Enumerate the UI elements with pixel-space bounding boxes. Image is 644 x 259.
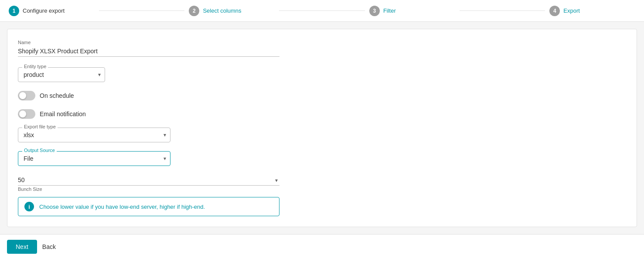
bunch-size-group: 10 25 50 100 200 ▾ Bunch Size bbox=[18, 175, 279, 192]
step-3-label: Filter bbox=[383, 7, 396, 14]
main-content: Name Entity type product order customer … bbox=[0, 22, 644, 234]
email-notification-row: Email notification bbox=[18, 109, 626, 119]
footer: Next Back bbox=[0, 234, 644, 259]
output-source-group: Output Source File FTP SFTP ▾ bbox=[18, 151, 626, 166]
step-connector-2 bbox=[279, 10, 365, 11]
form-card: Name Entity type product order customer … bbox=[7, 29, 637, 227]
entity-type-select[interactable]: product order customer bbox=[18, 67, 105, 82]
step-1[interactable]: 1 Configure export bbox=[9, 6, 95, 16]
step-connector-1 bbox=[99, 10, 185, 11]
output-source-select[interactable]: File FTP SFTP bbox=[18, 151, 170, 166]
on-schedule-label: On schedule bbox=[40, 92, 74, 99]
step-connector-3 bbox=[460, 10, 545, 11]
on-schedule-slider bbox=[18, 91, 35, 100]
info-box: i Choose lower value if you have low-end… bbox=[18, 197, 279, 216]
stepper: 1 Configure export 2 Select columns 3 Fi… bbox=[0, 0, 644, 22]
export-file-type-group: Export file type xlsx csv json ▾ bbox=[18, 128, 626, 142]
export-file-type-select[interactable]: xlsx csv json bbox=[18, 128, 170, 142]
step-1-label: Configure export bbox=[23, 7, 65, 14]
step-3[interactable]: 3 Filter bbox=[369, 6, 455, 16]
email-notification-slider bbox=[18, 109, 35, 119]
bunch-size-sub-label: Bunch Size bbox=[18, 186, 279, 192]
bunch-size-wrapper: 10 25 50 100 200 ▾ bbox=[18, 175, 279, 186]
next-button[interactable]: Next bbox=[7, 240, 37, 254]
step-3-circle: 3 bbox=[369, 6, 380, 16]
name-field: Name bbox=[18, 40, 279, 57]
on-schedule-toggle[interactable] bbox=[18, 91, 35, 100]
entity-type-wrapper: Entity type product order customer ▾ bbox=[18, 67, 105, 82]
step-2-circle: 2 bbox=[189, 6, 199, 16]
export-file-type-wrapper: Export file type xlsx csv json ▾ bbox=[18, 128, 170, 142]
step-4-label: Export bbox=[563, 7, 580, 14]
entity-type-group: Entity type product order customer ▾ bbox=[18, 67, 626, 82]
output-source-wrapper: Output Source File FTP SFTP ▾ bbox=[18, 151, 170, 166]
info-icon: i bbox=[24, 202, 34, 211]
email-notification-label: Email notification bbox=[40, 111, 86, 117]
bunch-size-select[interactable]: 10 25 50 100 200 bbox=[18, 175, 279, 186]
name-input[interactable] bbox=[18, 46, 279, 57]
email-notification-toggle[interactable] bbox=[18, 109, 35, 119]
step-4-circle: 4 bbox=[549, 6, 560, 16]
info-text: Choose lower value if you have low-end s… bbox=[39, 204, 205, 210]
back-button[interactable]: Back bbox=[42, 243, 56, 250]
step-1-circle: 1 bbox=[9, 6, 19, 16]
step-2[interactable]: 2 Select columns bbox=[189, 6, 275, 16]
name-label: Name bbox=[18, 40, 279, 45]
on-schedule-row: On schedule bbox=[18, 91, 626, 100]
step-4[interactable]: 4 Export bbox=[549, 6, 635, 16]
step-2-label: Select columns bbox=[203, 7, 241, 14]
